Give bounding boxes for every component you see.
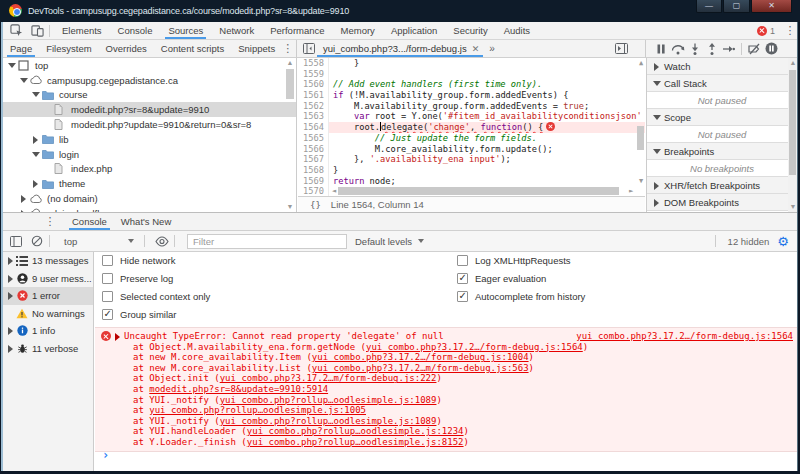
scroll-up-icon[interactable]: ▲ (286, 59, 294, 67)
stack-frame-link[interactable]: yui_combo.php?3.17.2…/form-debug.js:1564 (366, 342, 583, 352)
stack-frame-link[interactable]: yui_combo.php?rollup…oodlesimple.js:8152 (247, 437, 464, 447)
stack-frame-link[interactable]: yui_combo.php?3.17.2…m/form-debug.js:222 (220, 373, 437, 383)
drawer-tab-console[interactable]: Console (65, 213, 114, 230)
stack-frame-link[interactable]: yui_combo.php?3.17.2…m/form-debug.js:563 (312, 363, 529, 373)
navtab-page[interactable]: Page (3, 40, 39, 57)
navtab-overrides[interactable]: Overrides (99, 40, 154, 57)
line-number[interactable]: 1567 (298, 154, 329, 165)
tree-open-arrow-icon[interactable] (31, 150, 40, 159)
close-button[interactable]: ✕ (751, 0, 792, 13)
console-prompt-chevron[interactable]: › (95, 448, 109, 462)
context-selector[interactable]: top (54, 236, 140, 247)
tree-item[interactable]: modedit.php?update=9910&return=0&sr=8 (3, 117, 296, 132)
clear-console-icon[interactable] (29, 234, 45, 248)
console-filter-verbose[interactable]: 11 verbose (3, 340, 93, 358)
console-filter-list[interactable]: 13 messages (3, 252, 93, 270)
checkbox-checked-icon[interactable] (102, 309, 113, 320)
checkbox-unchecked-icon[interactable] (457, 255, 468, 266)
debugger-section-xhr-fetch-breakpoints[interactable]: XHR/fetch Breakpoints (647, 177, 797, 194)
step-icon[interactable] (720, 42, 737, 56)
section-collapsed-arrow-icon[interactable] (652, 62, 661, 71)
debugger-section-scope[interactable]: Scope (647, 109, 797, 126)
tab-network[interactable]: Network (211, 22, 262, 39)
hide-navigator-icon[interactable] (301, 42, 317, 56)
tree-closed-arrow-icon[interactable] (6, 274, 15, 283)
debugger-section-watch[interactable]: Watch (647, 58, 797, 75)
tree-item[interactable]: index.php (3, 162, 296, 177)
scroll-down-icon[interactable]: ▼ (789, 203, 797, 211)
console-filter-info[interactable]: 1 info (3, 322, 93, 340)
line-number[interactable]: 1562 (298, 101, 329, 112)
stack-frame-link[interactable]: modedit.php?sr=8&update=9910:5914 (149, 384, 328, 394)
scroll-right-icon[interactable]: ► (627, 187, 635, 195)
line-number[interactable]: 1564 (298, 122, 329, 133)
step-out-icon[interactable] (703, 42, 720, 56)
step-over-icon[interactable] (669, 42, 686, 56)
error-badge-icon[interactable] (757, 26, 767, 36)
stack-frame-link[interactable]: yui_combo.php?rollup…oodlesimple.js:1089 (220, 395, 437, 405)
navigator-scrollbar[interactable]: ▲ ▼ (285, 58, 295, 212)
log-levels-selector[interactable]: Default levels (355, 236, 424, 247)
tree-closed-arrow-icon[interactable] (6, 326, 15, 335)
tab-elements[interactable]: Elements (54, 22, 110, 39)
show-drawer-icon[interactable] (613, 42, 629, 56)
filter-input[interactable]: Filter (187, 234, 347, 249)
expand-arrow-icon[interactable] (115, 333, 120, 341)
debugger-scrollbar[interactable]: ▲ ▼ (788, 58, 797, 212)
tree-item[interactable]: modedit.php?sr=8&update=9910 (3, 102, 296, 117)
line-number[interactable]: 1566 (298, 144, 329, 155)
line-number[interactable]: 1558 (298, 58, 329, 69)
scrollbar-thumb[interactable] (637, 126, 644, 150)
console-settings-gear-icon[interactable]: ⚙ (777, 234, 789, 249)
scrollbar-thumb[interactable] (286, 69, 294, 99)
stack-frame-link[interactable]: yui_combo.php?rollup…oodlesimple.js:1234 (247, 426, 464, 436)
scrollbar-thumb[interactable] (338, 187, 619, 195)
tab-console[interactable]: Console (110, 22, 161, 39)
checkbox-checked-icon[interactable] (457, 273, 468, 284)
section-collapsed-arrow-icon[interactable] (652, 181, 661, 190)
navigator-menu-icon[interactable]: ⋮ (282, 42, 293, 55)
tree-open-arrow-icon[interactable] (31, 90, 40, 99)
stack-frame-link[interactable]: yui_combo.php?rollup…oodlesimple.js:1005 (149, 405, 366, 415)
section-collapsed-arrow-icon[interactable] (652, 198, 661, 207)
debugger-section-dom-breakpoints[interactable]: DOM Breakpoints (647, 194, 797, 211)
scrollbar-thumb[interactable] (789, 70, 796, 175)
checkbox-unchecked-icon[interactable] (102, 291, 113, 302)
tab-application[interactable]: Application (383, 22, 445, 39)
tree-closed-arrow-icon[interactable] (31, 179, 40, 188)
tree-closed-arrow-icon[interactable] (19, 194, 28, 203)
checkbox-hide-network[interactable]: Hide network (102, 255, 175, 266)
drawer-tab-what-s-new[interactable]: What's New (114, 213, 178, 230)
debugger-section-breakpoints[interactable]: Breakpoints (647, 143, 797, 160)
tree-item[interactable]: theme (3, 176, 296, 191)
section-expanded-arrow-icon[interactable] (652, 147, 661, 156)
minimize-button[interactable]: — (696, 0, 722, 13)
maximize-button[interactable]: ▢ (723, 0, 750, 13)
pause-on-exceptions-icon[interactable] (763, 42, 780, 56)
console-filter-error[interactable]: 1 error (3, 287, 93, 305)
error-source-link[interactable]: yui_combo.php?3.17.2…/form-debug.js:1564 (576, 331, 793, 342)
console-filter-user[interactable]: 9 user mess... (3, 270, 93, 288)
scroll-down-icon[interactable]: ▼ (286, 203, 294, 211)
editor-hscrollbar[interactable]: ◄ ► (330, 186, 635, 196)
drawer-menu-icon[interactable]: ⋮ (43, 215, 57, 228)
tree-item[interactable]: (no domain) (3, 191, 296, 206)
tab-audits[interactable]: Audits (496, 22, 538, 39)
checkbox-autocomplete-from-history[interactable]: Autocomplete from history (457, 291, 585, 302)
tab-memory[interactable]: Memory (333, 22, 383, 39)
section-expanded-arrow-icon[interactable] (652, 113, 661, 122)
tree-closed-arrow-icon[interactable] (6, 344, 15, 353)
tree-item[interactable]: lib (3, 132, 296, 147)
line-number[interactable]: 1568 (298, 165, 329, 176)
deactivate-breakpoints-icon[interactable] (746, 42, 763, 56)
stack-frame-link[interactable]: yui_combo.php?3.17.2…/form-debug.js:1004 (312, 352, 529, 362)
tree-open-arrow-icon[interactable] (19, 76, 28, 85)
navtab-content-scripts[interactable]: Content scripts (154, 40, 231, 57)
tree-item[interactable]: top (3, 58, 296, 73)
tree-item[interactable]: course (3, 88, 296, 103)
inspect-icon[interactable] (8, 24, 24, 38)
checkbox-unchecked-icon[interactable] (102, 273, 113, 284)
line-number[interactable]: 1563 (298, 111, 329, 122)
editor-tab[interactable]: yui_combo.php?3.../form-debug.js ✕ (317, 40, 483, 57)
tree-closed-arrow-icon[interactable] (31, 135, 40, 144)
